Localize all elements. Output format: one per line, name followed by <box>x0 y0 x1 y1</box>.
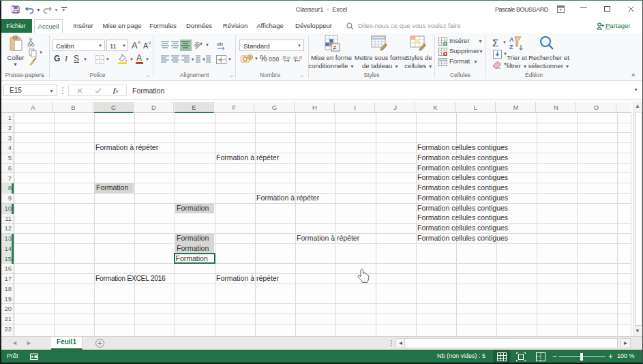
svg-text:.00: .00 <box>286 56 290 60</box>
svg-text:.0: .0 <box>298 55 302 60</box>
svg-text:A: A <box>509 36 514 43</box>
svg-text:,00: ,00 <box>293 56 297 60</box>
svg-text:a: a <box>219 57 222 62</box>
svg-text:≠: ≠ <box>333 44 337 51</box>
svg-text:Z: Z <box>509 44 513 50</box>
svg-text:ab: ab <box>217 41 223 47</box>
svg-text:ab: ab <box>194 40 201 49</box>
